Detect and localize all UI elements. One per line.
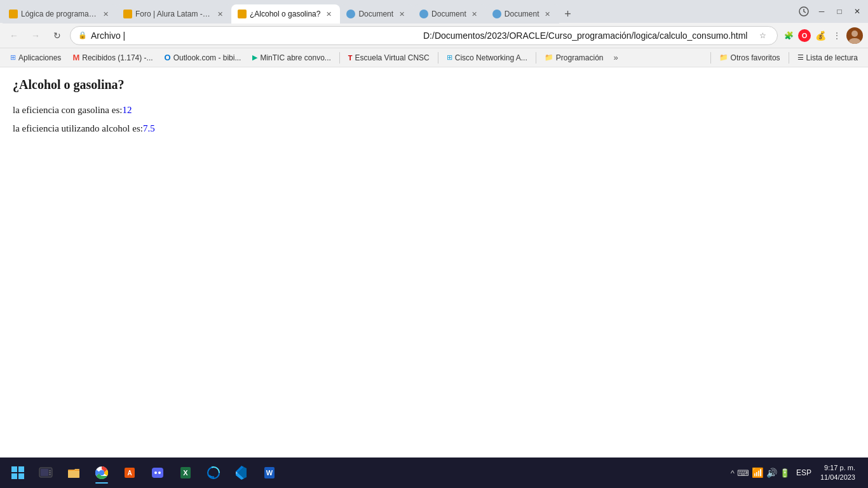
tray-chevron[interactable]: ^ — [731, 468, 735, 478]
svg-text:A: A — [127, 470, 132, 477]
tab-logica[interactable]: Lógica de programaci... ✕ — [3, 4, 117, 24]
bookmark-label: Lista de lectura — [806, 53, 858, 62]
volume-icon[interactable]: 🔊 — [766, 468, 777, 478]
reading-list-icon: ☰ — [797, 53, 804, 62]
bookmarks-more-button[interactable]: » — [609, 51, 621, 64]
tab-label: Document — [505, 10, 539, 18]
svg-rect-8 — [41, 469, 48, 476]
savings-icon[interactable]: 💰 — [813, 29, 827, 43]
tab-doc3[interactable]: Document ✕ — [486, 4, 559, 24]
clock-area[interactable]: 9:17 p. m. 11/04/2023 — [818, 463, 858, 483]
svg-rect-9 — [49, 470, 51, 471]
tab-doc2[interactable]: Document ✕ — [413, 4, 486, 24]
lock-icon: 🔒 — [78, 31, 87, 39]
close-button[interactable]: ✕ — [849, 3, 865, 20]
line2-prefix: la eficiencia utilizando alcohol es: — [13, 123, 143, 133]
bookmark-aplicaciones[interactable]: ⊞ Aplicaciones — [5, 51, 66, 64]
bookmark-cisco[interactable]: ⊞ Cisco Networking A... — [442, 51, 532, 64]
apps-icon: ⊞ — [10, 53, 16, 62]
svg-rect-19 — [152, 468, 163, 478]
svg-rect-13 — [68, 471, 79, 478]
tab-close-icon[interactable]: ✕ — [397, 9, 407, 19]
tab-close-icon[interactable]: ✕ — [215, 9, 225, 19]
bookmark-label: Aplicaciones — [18, 53, 61, 62]
tab-close-icon[interactable]: ✕ — [323, 9, 334, 19]
svg-rect-4 — [18, 466, 24, 472]
nav-right-controls: 🧩 O 💰 ⋮ — [782, 27, 863, 44]
window-chrome-icon[interactable] — [796, 3, 812, 20]
forward-button[interactable]: → — [27, 27, 44, 44]
tab-close-icon[interactable]: ✕ — [543, 9, 553, 19]
tab-doc1[interactable]: Document ✕ — [340, 4, 413, 24]
language-indicator[interactable]: ESP — [794, 468, 814, 477]
svg-rect-10 — [49, 472, 51, 473]
battery-icon[interactable]: 🔋 — [780, 468, 790, 478]
settings-menu-icon[interactable]: ⋮ — [830, 29, 844, 43]
tab-close-icon[interactable]: ✕ — [470, 9, 480, 19]
taskbar-chrome[interactable] — [89, 460, 114, 485]
bookmark-cnsc[interactable]: T Escuela Virtual CNSC — [343, 51, 435, 64]
taskbar-word[interactable]: W — [257, 460, 282, 485]
bookmark-separator — [339, 52, 340, 64]
svg-text:W: W — [266, 469, 273, 477]
address-actions: ☆ — [756, 29, 770, 43]
clock-date: 11/04/2023 — [820, 473, 855, 482]
svg-point-1 — [851, 30, 858, 37]
line1-value: 12 — [122, 105, 132, 115]
title-bar: Lógica de programaci... ✕ Foro | Alura L… — [0, 0, 868, 23]
back-button[interactable]: ← — [5, 27, 23, 44]
taskbar-search[interactable] — [33, 460, 58, 485]
tabs-container: Lógica de programaci... ✕ Foro | Alura L… — [3, 0, 790, 23]
bookmark-gmail[interactable]: M Recibidos (1.174) -... — [67, 51, 158, 64]
taskbar-vscode[interactable] — [229, 460, 254, 485]
clock-time: 9:17 p. m. — [820, 463, 855, 473]
bookmark-label: Cisco Networking A... — [455, 53, 527, 62]
bookmark-lista[interactable]: ☰ Lista de lectura — [792, 51, 863, 64]
taskbar-file-explorer[interactable] — [61, 460, 86, 485]
svg-point-21 — [158, 471, 161, 474]
tab-alcohol[interactable]: ¿Alcohol o gasolina? ✕ — [231, 4, 340, 24]
svg-rect-11 — [49, 474, 51, 475]
tab-favicon — [492, 10, 501, 18]
line2-value: 7.5 — [143, 123, 155, 133]
svg-point-16 — [99, 470, 104, 475]
window-controls: ─ □ ✕ — [796, 3, 865, 20]
bookmark-otros[interactable]: 📁 Otros favoritos — [714, 51, 785, 64]
bookmark-mintic[interactable]: ▶ MinTIC abre convo... — [247, 51, 336, 64]
nav-bar: ← → ↻ 🔒 Archivo | D:/Documentos/2023/ORA… — [0, 23, 868, 48]
tab-close-icon[interactable]: ✕ — [100, 9, 111, 19]
tab-label: Document — [431, 10, 466, 18]
tab-label: ¿Alcohol o gasolina? — [250, 10, 320, 18]
opera-icon[interactable]: O — [798, 29, 811, 42]
tab-label: Lógica de programaci... — [21, 10, 97, 18]
reload-button[interactable]: ↻ — [48, 27, 66, 44]
bookmark-separator2 — [438, 52, 438, 64]
taskbar-edge[interactable] — [201, 460, 226, 485]
taskbar-excel[interactable]: X — [173, 460, 198, 485]
keyboard-icon[interactable]: ⌨ — [737, 468, 749, 478]
minimize-button[interactable]: ─ — [813, 3, 830, 20]
profile-avatar[interactable] — [846, 27, 863, 44]
cisco-icon: ⊞ — [447, 53, 452, 62]
svg-rect-3 — [11, 466, 17, 472]
bookmark-separator4 — [710, 52, 711, 64]
new-tab-button[interactable]: + — [559, 5, 577, 23]
network-icon[interactable]: 📶 — [752, 467, 764, 478]
svg-text:X: X — [183, 469, 188, 477]
bookmark-separator5 — [789, 52, 789, 64]
bookmark-label: Escuela Virtual CNSC — [355, 53, 430, 62]
taskbar-items: A X — [31, 460, 726, 485]
address-url: D:/Documentos/2023/ORACLE/Curso_programa… — [423, 30, 752, 41]
start-button[interactable] — [5, 460, 31, 485]
bookmark-label: Programación — [556, 53, 604, 62]
bookmark-star-icon[interactable]: ☆ — [756, 29, 770, 43]
address-bar[interactable]: 🔒 Archivo | D:/Documentos/2023/ORACLE/Cu… — [70, 26, 778, 45]
taskbar-app-orange[interactable]: A — [117, 460, 142, 485]
bookmark-outlook[interactable]: O Outlook.com - bibi... — [159, 51, 247, 64]
taskbar-discord[interactable] — [145, 460, 170, 485]
tab-foro[interactable]: Foro | Alura Latam - C... ✕ — [117, 4, 231, 24]
maximize-button[interactable]: □ — [831, 3, 848, 20]
bookmark-programacion[interactable]: 📁 Programación — [539, 51, 609, 64]
extensions-icon[interactable]: 🧩 — [782, 29, 796, 43]
bookmarks-bar: ⊞ Aplicaciones M Recibidos (1.174) -... … — [0, 48, 868, 67]
